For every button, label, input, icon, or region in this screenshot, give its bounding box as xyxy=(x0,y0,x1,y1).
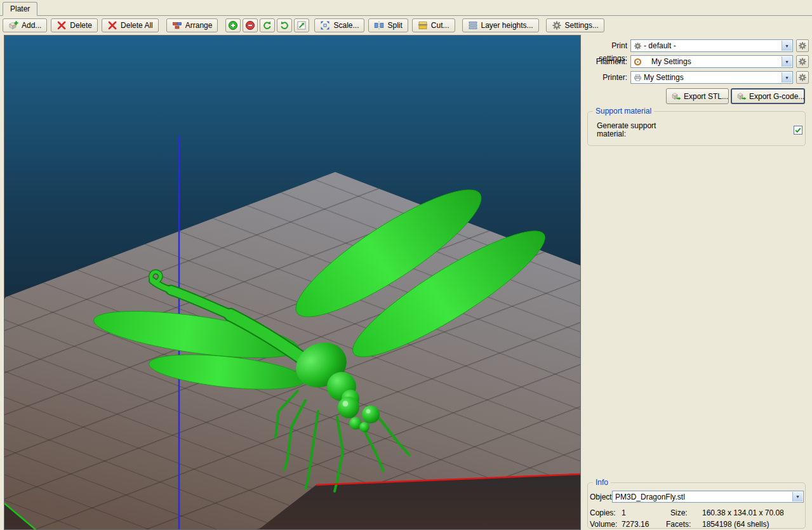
arrange-icon xyxy=(172,20,182,30)
copies-value: 1 xyxy=(622,508,626,517)
rotate-ccw-icon xyxy=(262,20,272,30)
print-settings-value: - default - xyxy=(644,40,676,51)
object-value: PM3D_DragonFly.stl xyxy=(615,491,685,503)
rotate-button[interactable] xyxy=(294,18,309,32)
rotate-ccw-button[interactable] xyxy=(260,18,275,32)
scale-icon xyxy=(320,20,330,30)
delete-icon xyxy=(57,20,67,30)
dropdown-arrow-icon[interactable]: ▼ xyxy=(782,72,792,83)
info-title: Info xyxy=(593,478,611,487)
filament-row: Filament: My Settings ▼ xyxy=(584,55,812,68)
generate-support-label: Generate support material: xyxy=(597,122,672,138)
arrange-button-label: Arrange xyxy=(185,21,213,30)
filament-value: My Settings xyxy=(651,56,691,67)
split-icon xyxy=(374,20,384,30)
filament-combo[interactable]: My Settings ▼ xyxy=(630,55,793,68)
gear-icon xyxy=(798,57,807,66)
printer-gear-button[interactable] xyxy=(796,71,809,84)
layer-heights-button[interactable]: Layer heights... xyxy=(462,18,539,32)
tab-plater-label: Plater xyxy=(10,4,30,13)
dropdown-arrow-icon[interactable]: ▼ xyxy=(782,56,792,67)
export-icon xyxy=(671,91,681,102)
3d-scene[interactable] xyxy=(4,36,581,530)
print-settings-combo[interactable]: - default - ▼ xyxy=(630,39,793,52)
export-stl-label: Export STL... xyxy=(684,92,728,101)
settings-button-label: Settings... xyxy=(565,21,599,30)
support-material-title: Support material xyxy=(593,107,654,116)
gear-icon xyxy=(552,20,562,30)
tab-strip xyxy=(0,15,812,16)
cut-button[interactable]: Cut... xyxy=(412,18,455,32)
support-material-group: Support material Generate support materi… xyxy=(587,111,806,146)
checkbox-checked-icon xyxy=(794,126,802,134)
filament-gear-button[interactable] xyxy=(796,55,809,68)
delete-all-button[interactable]: Delete All xyxy=(102,18,159,32)
export-gcode-button[interactable]: Export G-code... xyxy=(731,88,805,104)
slic3r-window: { "tab": { "label": "Plater" }, "toolbar… xyxy=(0,0,812,530)
cut-icon xyxy=(418,20,428,30)
size-label: Size: xyxy=(670,508,688,517)
size-value: 160.38 x 134.01 x 70.08 xyxy=(702,508,784,517)
layers-icon xyxy=(468,20,478,30)
decrease-copies-button[interactable] xyxy=(243,18,258,32)
split-button[interactable]: Split xyxy=(368,18,408,32)
toolbar: Add... Delete Delete All Arrange Scale..… xyxy=(3,17,608,34)
gear-icon xyxy=(634,42,642,50)
increase-copies-button[interactable] xyxy=(225,18,241,32)
facets-value: 1854198 (64 shells) xyxy=(702,520,769,529)
cut-button-label: Cut... xyxy=(431,21,449,30)
settings-panel: Print settings: - default - ▼ Filament: … xyxy=(584,35,812,530)
info-group: Info Object: PM3D_DragonFly.stl ▼ Copies… xyxy=(587,482,806,529)
copies-label: Copies: xyxy=(590,508,616,517)
layer-heights-button-label: Layer heights... xyxy=(481,21,533,30)
rotate-cw-button[interactable] xyxy=(277,18,292,32)
minus-circle-icon xyxy=(245,20,255,30)
delete-all-icon xyxy=(107,20,117,30)
arrange-button[interactable]: Arrange xyxy=(166,18,218,32)
plus-circle-icon xyxy=(228,20,238,30)
export-gcode-label: Export G-code... xyxy=(749,92,804,101)
export-icon xyxy=(736,91,747,102)
delete-button-label: Delete xyxy=(70,21,92,30)
print-settings-gear-button[interactable] xyxy=(796,39,809,52)
delete-all-button-label: Delete All xyxy=(121,21,153,30)
spool-icon xyxy=(634,58,642,66)
scale-button-label: Scale... xyxy=(333,21,359,30)
scale-button[interactable]: Scale... xyxy=(314,18,364,32)
printer-row: Printer: My Settings ▼ xyxy=(584,71,812,84)
split-button-label: Split xyxy=(387,21,402,30)
volume-label: Volume: xyxy=(590,520,617,529)
tab-plater[interactable]: Plater xyxy=(3,2,37,16)
printer-combo[interactable]: My Settings ▼ xyxy=(630,71,793,84)
print-settings-row: Print settings: - default - ▼ xyxy=(584,39,812,52)
volume-value: 7273.16 xyxy=(622,520,649,529)
delete-button[interactable]: Delete xyxy=(51,18,98,32)
settings-button[interactable]: Settings... xyxy=(546,18,604,32)
add-button-label: Add... xyxy=(22,21,41,30)
rotate-diagonal-icon xyxy=(296,20,307,30)
dropdown-arrow-icon[interactable]: ▼ xyxy=(782,41,792,51)
printer-value: My Settings xyxy=(644,72,684,83)
export-stl-button[interactable]: Export STL... xyxy=(666,88,729,104)
generate-support-checkbox[interactable] xyxy=(794,126,802,135)
gear-icon xyxy=(798,41,807,50)
filament-label: Filament: xyxy=(584,55,627,68)
dropdown-arrow-icon[interactable]: ▼ xyxy=(792,492,802,501)
add-icon xyxy=(8,20,18,30)
3d-viewport[interactable] xyxy=(4,35,581,530)
printer-label: Printer: xyxy=(584,71,627,84)
rotate-cw-icon xyxy=(279,20,290,30)
object-combo[interactable]: PM3D_DragonFly.stl ▼ xyxy=(612,491,804,503)
object-label: Object: xyxy=(590,493,614,501)
printer-icon xyxy=(634,74,642,82)
facets-label: Facets: xyxy=(666,520,691,529)
add-button[interactable]: Add... xyxy=(3,18,47,32)
gear-icon xyxy=(798,73,807,82)
